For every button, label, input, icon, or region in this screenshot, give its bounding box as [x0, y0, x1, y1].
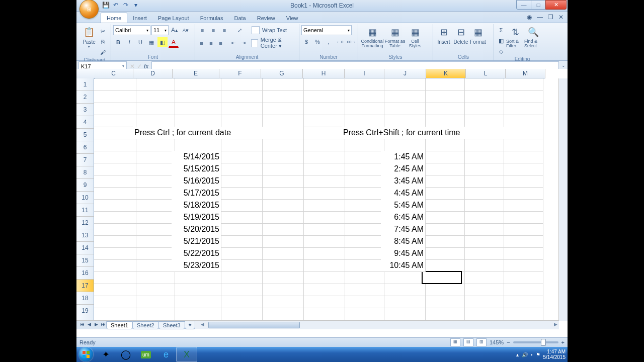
cell[interactable]: [94, 175, 136, 188]
cell[interactable]: 5/22/2015: [172, 247, 221, 260]
cell[interactable]: [342, 308, 384, 320]
cell[interactable]: [218, 223, 263, 236]
tab-home[interactable]: Home: [101, 13, 127, 23]
row-header[interactable]: 4: [76, 116, 94, 129]
border-button[interactable]: ▦: [146, 37, 156, 47]
cell[interactable]: [300, 284, 345, 296]
cell[interactable]: [259, 199, 304, 212]
decrease-indent-button[interactable]: ⇤: [229, 38, 238, 48]
cell[interactable]: [94, 284, 136, 296]
tab-view[interactable]: View: [281, 13, 304, 23]
cell[interactable]: [461, 259, 504, 272]
qat-dropdown-icon[interactable]: ▾: [132, 1, 140, 9]
cell[interactable]: [381, 103, 426, 115]
cell[interactable]: [259, 90, 304, 103]
cell[interactable]: [172, 272, 221, 284]
cell[interactable]: [342, 187, 384, 200]
tray-show-hidden-icon[interactable]: ▴: [516, 352, 519, 357]
cell[interactable]: [133, 247, 175, 260]
cell[interactable]: [259, 78, 304, 91]
merge-checkbox[interactable]: [251, 39, 258, 47]
cell[interactable]: [342, 259, 384, 272]
column-header[interactable]: D: [133, 69, 173, 78]
workbook-close-icon[interactable]: ✕: [558, 14, 564, 21]
taskbar-item-winamp[interactable]: ✦: [96, 347, 116, 361]
cell[interactable]: [259, 284, 304, 296]
cell[interactable]: [133, 259, 175, 272]
cell[interactable]: [342, 296, 384, 308]
cell[interactable]: [172, 296, 221, 308]
align-left-button[interactable]: ≡: [197, 38, 206, 48]
cell[interactable]: [94, 187, 136, 200]
cell[interactable]: [133, 103, 175, 115]
cell[interactable]: [172, 115, 221, 127]
cell[interactable]: [300, 90, 345, 103]
cell[interactable]: [422, 199, 465, 212]
row-header[interactable]: 18: [76, 292, 94, 305]
cell[interactable]: [501, 296, 543, 308]
cell[interactable]: [501, 308, 543, 320]
cell[interactable]: [422, 247, 465, 260]
cell[interactable]: [172, 90, 221, 103]
close-button[interactable]: ✕: [545, 0, 567, 10]
tab-insert[interactable]: Insert: [127, 13, 152, 23]
cell[interactable]: 4:45 AM: [381, 187, 426, 200]
cell[interactable]: [342, 163, 384, 175]
cell[interactable]: [501, 247, 543, 260]
increase-decimal-button[interactable]: ←.0: [335, 37, 345, 47]
cell[interactable]: [133, 90, 175, 103]
cell[interactable]: [94, 115, 136, 127]
cell[interactable]: [133, 296, 175, 308]
align-middle-button[interactable]: ≡: [208, 25, 218, 35]
cell[interactable]: [300, 247, 345, 260]
fill-color-button[interactable]: ◧: [157, 37, 168, 47]
cell[interactable]: [342, 211, 384, 224]
cell[interactable]: [94, 151, 136, 163]
cell[interactable]: [218, 175, 263, 188]
cell[interactable]: [94, 223, 136, 236]
cell[interactable]: [342, 78, 384, 91]
cell[interactable]: [461, 187, 504, 200]
vertical-scrollbar[interactable]: [558, 78, 568, 321]
column-header[interactable]: K: [426, 69, 466, 78]
cell[interactable]: [133, 78, 175, 91]
cell[interactable]: [259, 103, 304, 115]
page-break-view-button[interactable]: ▥: [476, 338, 487, 346]
cell[interactable]: [342, 115, 384, 127]
cell[interactable]: [422, 90, 465, 103]
font-name-combo[interactable]: Calibri ▾: [113, 25, 150, 35]
tray-flag-icon[interactable]: ⚑: [536, 352, 540, 357]
cell[interactable]: [381, 139, 426, 151]
cell[interactable]: [300, 115, 345, 127]
orientation-button[interactable]: ⤢: [234, 25, 245, 35]
cell[interactable]: 7:45 AM: [381, 223, 426, 236]
cell[interactable]: [501, 103, 543, 115]
grow-font-button[interactable]: A▴: [170, 25, 180, 35]
cell[interactable]: [218, 247, 263, 260]
cell[interactable]: [133, 139, 175, 151]
cell[interactable]: [94, 296, 136, 308]
cell[interactable]: [381, 115, 426, 127]
cell[interactable]: [461, 272, 504, 284]
cell[interactable]: [300, 272, 345, 284]
comma-button[interactable]: ,: [324, 37, 334, 47]
taskbar-item-um[interactable]: um: [136, 347, 156, 361]
row-header[interactable]: 7: [76, 154, 94, 166]
cell[interactable]: [172, 78, 221, 91]
cell[interactable]: [342, 223, 384, 236]
horizontal-scrollbar[interactable]: ◀ ▶: [199, 321, 559, 329]
workbook-restore-icon[interactable]: ❐: [548, 14, 553, 21]
next-sheet-button[interactable]: ▶: [93, 322, 100, 329]
workbook-minimize-icon[interactable]: —: [537, 14, 543, 21]
percent-button[interactable]: %: [312, 37, 323, 47]
cell[interactable]: [342, 199, 384, 212]
cell[interactable]: [461, 139, 504, 151]
cell[interactable]: [422, 259, 465, 272]
cell[interactable]: [501, 115, 543, 127]
cell[interactable]: [218, 103, 263, 115]
cell[interactable]: 3:45 AM: [381, 175, 426, 188]
cell[interactable]: [501, 78, 543, 91]
cell[interactable]: [94, 139, 136, 151]
sheet-tab-1[interactable]: Sheet1: [106, 321, 133, 329]
zoom-out-button[interactable]: −: [507, 339, 510, 345]
